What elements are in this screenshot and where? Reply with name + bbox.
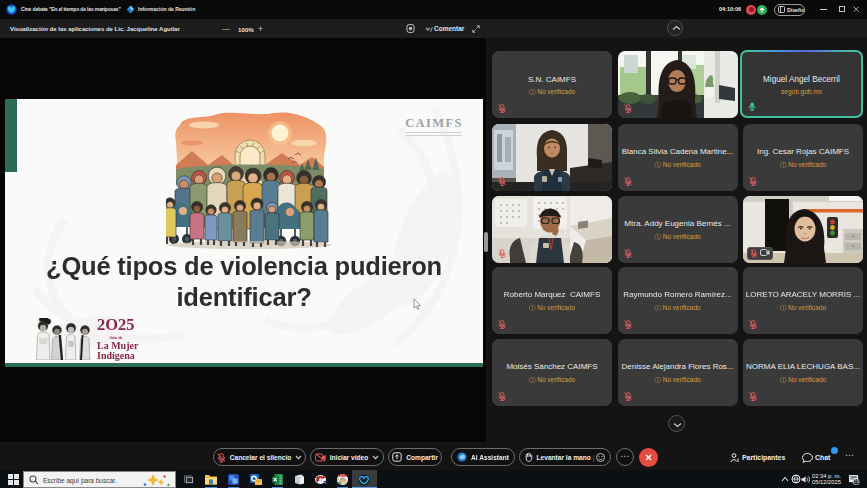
svg-text:21: 21 xyxy=(854,480,858,484)
